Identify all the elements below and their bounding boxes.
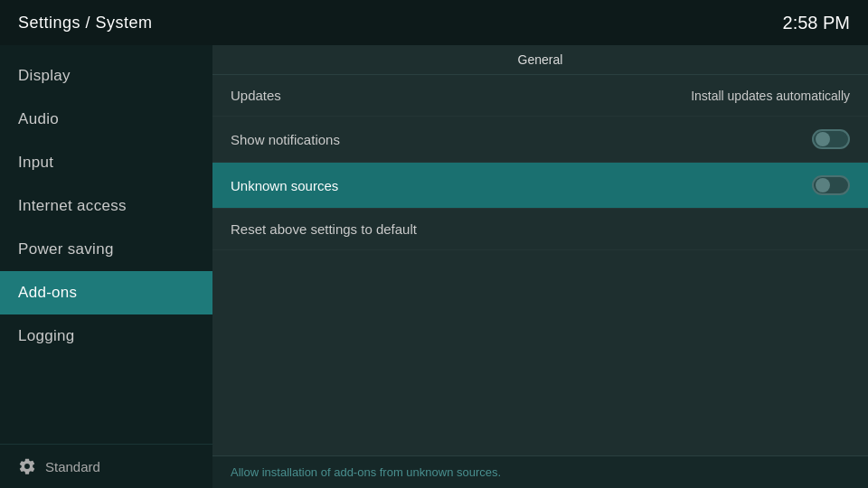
sidebar-item-display[interactable]: Display: [0, 54, 212, 98]
status-bar: Allow installation of add-ons from unkno…: [212, 455, 868, 488]
reset-label: Reset above settings to default: [231, 221, 417, 237]
setting-show-notifications[interactable]: Show notifications: [212, 117, 868, 163]
updates-label: Updates: [231, 88, 281, 103]
setting-reset[interactable]: Reset above settings to default: [212, 209, 868, 250]
standard-label: Standard: [45, 459, 100, 474]
show-notifications-toggle[interactable]: [812, 129, 850, 149]
sidebar-item-add-ons[interactable]: Add-ons: [0, 271, 212, 314]
sidebar-footer[interactable]: Standard: [0, 444, 212, 488]
setting-unknown-sources[interactable]: Unknown sources: [212, 163, 868, 209]
gear-icon: [18, 457, 36, 475]
sidebar-item-audio[interactable]: Audio: [0, 98, 212, 141]
sidebar-item-internet-access[interactable]: Internet access: [0, 184, 212, 228]
header: Settings / System 2:58 PM: [0, 0, 868, 45]
unknown-sources-label: Unknown sources: [231, 178, 338, 193]
page-title: Settings / System: [18, 14, 153, 33]
show-notifications-label: Show notifications: [231, 132, 340, 147]
clock: 2:58 PM: [783, 13, 850, 33]
status-text: Allow installation of add-ons from unkno…: [231, 465, 501, 479]
sidebar-item-input[interactable]: Input: [0, 141, 212, 184]
unknown-sources-toggle[interactable]: [812, 175, 850, 195]
updates-value: Install updates automatically: [691, 89, 850, 103]
content-area: General Updates Install updates automati…: [212, 45, 868, 488]
main-layout: Display Audio Input Internet access Powe…: [0, 45, 868, 488]
settings-list: Updates Install updates automatically Sh…: [212, 75, 868, 455]
sidebar-item-logging[interactable]: Logging: [0, 314, 212, 358]
sidebar-item-power-saving[interactable]: Power saving: [0, 228, 212, 271]
setting-updates[interactable]: Updates Install updates automatically: [212, 75, 868, 117]
section-header: General: [212, 45, 868, 75]
sidebar: Display Audio Input Internet access Powe…: [0, 45, 212, 488]
